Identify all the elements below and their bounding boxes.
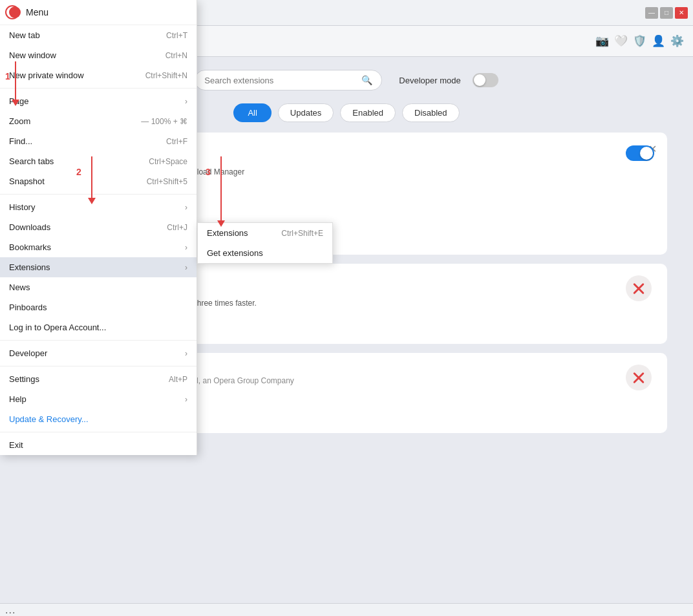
downloads-label: Downloads — [9, 222, 50, 232]
page-arrow: › — [185, 97, 187, 106]
menu-item-newwindow[interactable]: New window Ctrl+N — [0, 45, 197, 65]
login-label: Log in to Opera Account... — [9, 323, 106, 332]
submenu-item-extensions[interactable]: Extensions Ctrl+Shift+E — [198, 223, 332, 243]
sliders-icon[interactable]: ⚙️ — [670, 34, 684, 48]
newtab-label: New tab — [9, 30, 40, 40]
extensions-label: Extensions — [9, 262, 50, 272]
bookmarks-label: Bookmarks — [9, 242, 51, 252]
filter-all[interactable]: All — [233, 103, 271, 122]
menu-separator-3 — [0, 340, 197, 341]
toolbar-right-icons: 📷 🤍 🛡️ 👤 ⚙️ — [595, 34, 684, 48]
page-label: Page — [9, 96, 28, 106]
menu-item-help[interactable]: Help › — [0, 389, 197, 409]
update-label: Update & Recovery... — [9, 414, 89, 424]
wallet-disabled-mark — [626, 365, 654, 393]
search-bar[interactable]: 🔍 — [195, 70, 382, 90]
settings-shortcut: Alt+P — [169, 375, 187, 384]
help-label: Help — [9, 394, 27, 404]
menu-item-privatewindow[interactable]: New private window Ctrl+Shift+N — [0, 65, 197, 85]
snapshot-shortcut: Ctrl+Shift+5 — [147, 177, 187, 186]
menu-header: Menu — [0, 0, 197, 25]
pinboards-label: Pinboards — [9, 303, 47, 312]
menu-item-update[interactable]: Update & Recovery... — [0, 409, 197, 429]
menu-item-searchtabs[interactable]: Search tabs Ctrl+Space — [0, 151, 197, 171]
menu-item-find[interactable]: Find... Ctrl+F — [0, 131, 197, 151]
menu-item-login[interactable]: Log in to Opera Account... — [0, 317, 197, 337]
adblocker-disabled-mark — [626, 275, 654, 304]
menu-item-extensions[interactable]: Extensions › — [0, 257, 197, 277]
menu-item-pinboards[interactable]: Pinboards — [0, 297, 197, 317]
searchtabs-shortcut: Ctrl+Space — [149, 157, 187, 166]
menu-item-history[interactable]: History › — [0, 197, 197, 217]
idm-toggle[interactable] — [626, 145, 654, 161]
menu-item-newtab[interactable]: New tab Ctrl+T — [0, 25, 197, 45]
newtab-shortcut: Ctrl+T — [166, 31, 187, 40]
history-arrow: › — [185, 203, 187, 212]
submenu-extensions-label: Extensions — [207, 228, 248, 238]
menu-separator-2 — [0, 194, 197, 195]
wallet-toolbar-icon[interactable]: 🛡️ — [633, 34, 646, 48]
settings-label: Settings — [9, 374, 39, 384]
search-input[interactable] — [204, 76, 356, 85]
exit-label: Exit — [9, 440, 23, 450]
zoom-shortcut: — 100% + ⌘ — [141, 117, 187, 126]
search-icon[interactable]: 🔍 — [361, 75, 372, 85]
camera-icon[interactable]: 📷 — [595, 34, 609, 48]
bottom-bar: ... — [0, 603, 693, 616]
menu-item-downloads[interactable]: Downloads Ctrl+J — [0, 217, 197, 237]
user-icon[interactable]: 👤 — [652, 34, 665, 48]
developer-arrow: › — [185, 349, 187, 358]
submenu-get-label: Get extensions — [207, 248, 263, 258]
menu-item-zoom[interactable]: Zoom — 100% + ⌘ — [0, 111, 197, 131]
close-btn[interactable]: ✕ — [675, 7, 688, 19]
menu-item-news[interactable]: News — [0, 277, 197, 297]
menu-item-page[interactable]: Page › — [0, 91, 197, 111]
opera-logo — [9, 6, 21, 18]
submenu-extensions-shortcut: Ctrl+Shift+E — [281, 229, 323, 238]
filter-disabled[interactable]: Disabled — [402, 103, 460, 122]
window-controls: — □ ✕ — [645, 7, 688, 19]
history-label: History — [9, 202, 35, 212]
find-label: Find... — [9, 136, 32, 146]
privatewindow-shortcut: Ctrl+Shift+N — [145, 71, 187, 80]
menu-item-snapshot[interactable]: Snapshot Ctrl+Shift+5 — [0, 171, 197, 191]
submenu-item-get[interactable]: Get extensions — [198, 243, 332, 263]
menu-title: Menu — [26, 7, 48, 17]
minimize-btn[interactable]: — — [645, 7, 658, 19]
help-arrow: › — [185, 395, 187, 404]
menu-item-developer[interactable]: Developer › — [0, 343, 197, 363]
filter-enabled[interactable]: Enabled — [340, 103, 396, 122]
developer-mode-label: Developer mode — [399, 76, 460, 85]
menu-separator-5 — [0, 432, 197, 432]
find-shortcut: Ctrl+F — [166, 137, 187, 146]
newwindow-shortcut: Ctrl+N — [165, 51, 187, 60]
developer-mode-toggle[interactable] — [473, 73, 498, 87]
zoom-label: Zoom — [9, 116, 30, 126]
extensions-arrow: › — [185, 263, 187, 272]
maximize-btn[interactable]: □ — [660, 7, 673, 19]
privatewindow-label: New private window — [9, 70, 84, 80]
submenu-panel: Extensions Ctrl+Shift+E Get extensions — [197, 222, 333, 264]
menu-item-settings[interactable]: Settings Alt+P — [0, 369, 197, 389]
developer-label: Developer — [9, 348, 47, 358]
newwindow-label: New window — [9, 50, 56, 60]
menu-panel: Menu New tab Ctrl+T New window Ctrl+N Ne… — [0, 0, 197, 455]
downloads-shortcut: Ctrl+J — [167, 223, 187, 232]
menu-item-bookmarks[interactable]: Bookmarks › — [0, 237, 197, 257]
searchtabs-label: Search tabs — [9, 156, 54, 166]
snapshot-label: Snapshot — [9, 176, 45, 186]
filter-updates[interactable]: Updates — [278, 103, 334, 122]
menu-separator-4 — [0, 366, 197, 366]
menu-separator-1 — [0, 88, 197, 89]
news-label: News — [9, 282, 30, 292]
menu-item-exit[interactable]: Exit — [0, 435, 197, 455]
heart-icon[interactable]: 🤍 — [614, 34, 628, 48]
more-dots[interactable]: ... — [5, 604, 16, 616]
bookmarks-arrow: › — [185, 243, 187, 252]
